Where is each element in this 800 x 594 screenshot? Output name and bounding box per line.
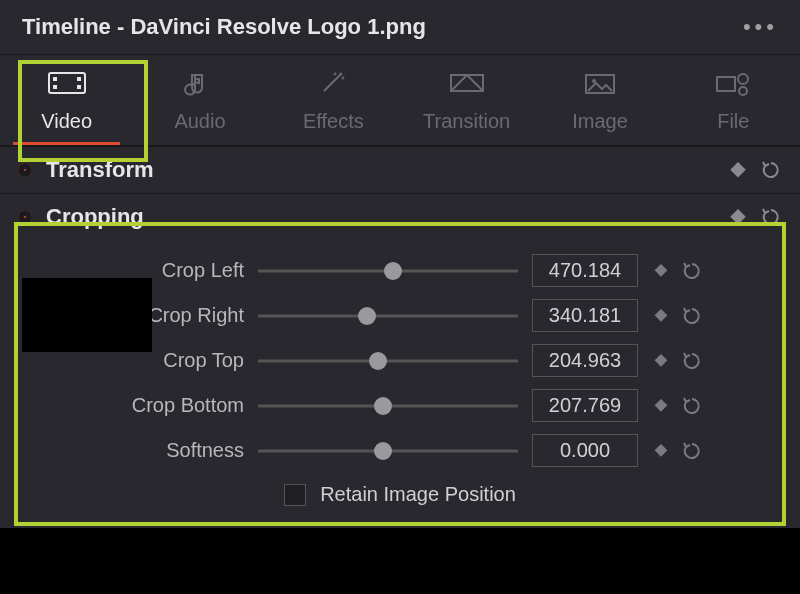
svg-rect-5 — [451, 75, 483, 91]
crop-right-slider[interactable] — [258, 304, 518, 328]
crop-bottom-slider[interactable] — [258, 394, 518, 418]
retain-image-position-label: Retain Image Position — [320, 483, 516, 506]
svg-rect-4 — [77, 85, 81, 89]
tab-file[interactable]: File — [667, 55, 800, 145]
crop-right-keyframe-button[interactable] — [654, 309, 668, 323]
crop-top-keyframe-button[interactable] — [654, 354, 668, 368]
file-icon — [667, 69, 800, 102]
svg-rect-2 — [53, 85, 57, 89]
crop-right-reset-button[interactable] — [682, 306, 702, 326]
tab-audio[interactable]: Audio — [133, 55, 266, 145]
tab-video-label: Video — [0, 110, 133, 133]
svg-point-10 — [739, 87, 747, 95]
softness-label: Softness — [0, 439, 258, 462]
svg-rect-3 — [77, 77, 81, 81]
svg-rect-14 — [655, 309, 668, 322]
crop-left-slider-thumb[interactable] — [384, 262, 402, 280]
softness-keyframe-button[interactable] — [654, 444, 668, 458]
panel-title: Timeline - DaVinci Resolve Logo 1.png — [22, 14, 426, 40]
tab-effects-label: Effects — [267, 110, 400, 133]
transform-enable-toggle[interactable] — [18, 163, 32, 177]
softness-reset-button[interactable] — [682, 441, 702, 461]
tab-transition-label: Transition — [400, 110, 533, 133]
tab-file-label: File — [667, 110, 800, 133]
tab-transition[interactable]: Transition — [400, 55, 533, 145]
crop-top-slider-thumb[interactable] — [369, 352, 387, 370]
softness-slider-thumb[interactable] — [374, 442, 392, 460]
crop-right-slider-thumb[interactable] — [358, 307, 376, 325]
crop-top-label: Crop Top — [0, 349, 258, 372]
svg-rect-0 — [49, 73, 85, 93]
svg-rect-17 — [655, 444, 668, 457]
crop-left-keyframe-button[interactable] — [654, 264, 668, 278]
param-crop-bottom: Crop Bottom 207.769 — [0, 383, 800, 428]
svg-rect-1 — [53, 77, 57, 81]
crop-left-reset-button[interactable] — [682, 261, 702, 281]
tab-video[interactable]: Video — [0, 55, 133, 145]
transform-title: Transform — [46, 157, 720, 183]
section-cropping[interactable]: Cropping — [0, 193, 800, 240]
crop-top-value[interactable]: 204.963 — [532, 344, 638, 377]
tab-image[interactable]: Image — [533, 55, 666, 145]
crop-bottom-value[interactable]: 207.769 — [532, 389, 638, 422]
more-options-button[interactable]: ••• — [743, 14, 778, 40]
crop-right-value[interactable]: 340.181 — [532, 299, 638, 332]
softness-slider[interactable] — [258, 439, 518, 463]
softness-value[interactable]: 0.000 — [532, 434, 638, 467]
crop-left-value[interactable]: 470.184 — [532, 254, 638, 287]
transform-reset-button[interactable] — [760, 159, 782, 181]
crop-left-slider[interactable] — [258, 259, 518, 283]
tab-effects[interactable]: Effects — [267, 55, 400, 145]
image-icon — [533, 69, 666, 102]
cropping-enable-toggle[interactable] — [18, 210, 32, 224]
tab-image-label: Image — [533, 110, 666, 133]
inspector-tabs: Video Audio Effects Transition Image — [0, 55, 800, 146]
cropping-keyframe-button[interactable] — [730, 209, 746, 225]
svg-rect-16 — [655, 399, 668, 412]
video-icon — [0, 69, 133, 102]
section-transform[interactable]: Transform — [0, 146, 800, 193]
cropping-reset-button[interactable] — [760, 206, 782, 228]
redaction-patch — [22, 278, 152, 352]
crop-bottom-slider-thumb[interactable] — [374, 397, 392, 415]
retain-image-position-row: Retain Image Position — [0, 473, 800, 520]
crop-bottom-keyframe-button[interactable] — [654, 399, 668, 413]
crop-top-slider[interactable] — [258, 349, 518, 373]
svg-rect-8 — [717, 77, 735, 91]
crop-top-reset-button[interactable] — [682, 351, 702, 371]
cropping-title: Cropping — [46, 204, 720, 230]
transform-keyframe-button[interactable] — [730, 162, 746, 178]
svg-rect-11 — [730, 162, 746, 178]
retain-image-position-checkbox[interactable] — [284, 484, 306, 506]
audio-icon — [133, 69, 266, 102]
transition-icon — [400, 69, 533, 102]
svg-rect-15 — [655, 354, 668, 367]
svg-rect-13 — [655, 264, 668, 277]
svg-rect-6 — [586, 75, 614, 93]
crop-bottom-label: Crop Bottom — [0, 394, 258, 417]
param-softness: Softness 0.000 — [0, 428, 800, 473]
crop-bottom-reset-button[interactable] — [682, 396, 702, 416]
svg-rect-12 — [730, 209, 746, 225]
svg-point-9 — [738, 74, 748, 84]
tab-audio-label: Audio — [133, 110, 266, 133]
effects-icon — [267, 69, 400, 102]
